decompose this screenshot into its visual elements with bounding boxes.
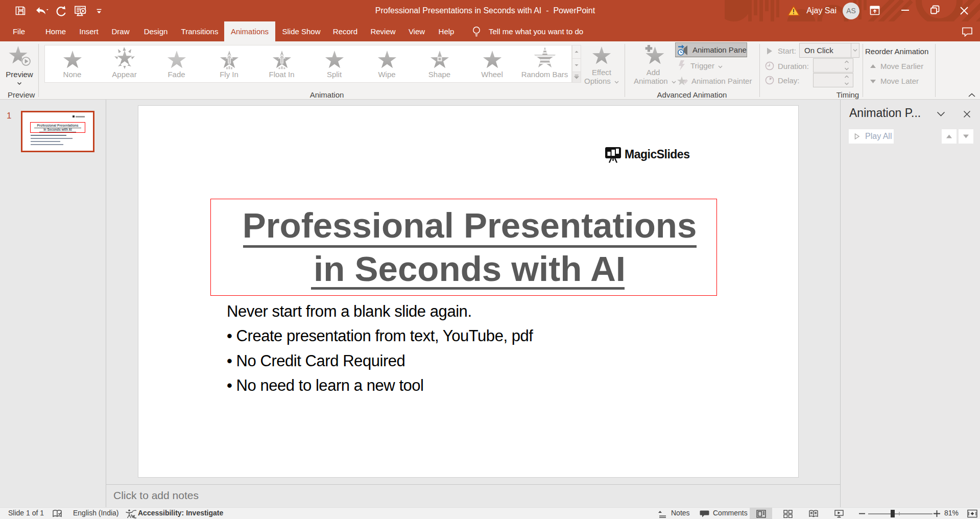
svg-text:MagicSlides: MagicSlides xyxy=(625,148,689,161)
